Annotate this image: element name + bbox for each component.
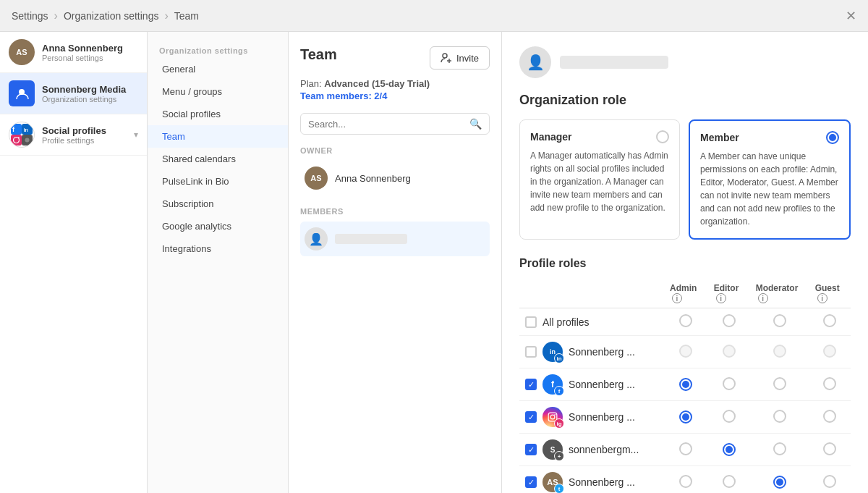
account-item-org[interactable]: Sonnenberg Media Organization settings	[0, 73, 147, 114]
row0-name: Sonnenberg ...	[569, 346, 635, 358]
guest-info-icon[interactable]: i	[817, 293, 827, 303]
svg-point-8	[18, 137, 20, 138]
row1-badge: f	[554, 386, 564, 396]
role-panel: 👤 Organization role Manager A Manager au…	[502, 32, 868, 493]
editor-info-icon[interactable]: i	[716, 293, 726, 303]
moderator-info-icon[interactable]: i	[758, 293, 768, 303]
nav-item-pulselink[interactable]: PulseLink in Bio	[148, 170, 288, 193]
all-admin-radio[interactable]	[679, 314, 692, 327]
row3-name: sonnenbergm...	[569, 444, 639, 455]
all-guest-radio[interactable]	[823, 314, 836, 327]
account-subtitle-org: Organization settings	[42, 95, 138, 104]
col-guest: Guest i	[809, 279, 851, 308]
row3-avatar-wrapper: S +	[542, 439, 563, 460]
nav-item-subscription[interactable]: Subscription	[148, 193, 288, 215]
selected-user-avatar: 👤	[519, 46, 551, 78]
role-member-radio[interactable]	[826, 131, 839, 144]
row4-checkbox[interactable]: ✓	[525, 476, 537, 488]
row0-guest-radio	[823, 345, 836, 358]
team-title: Team	[300, 46, 337, 63]
nav-section-label: Organization settings	[148, 41, 288, 58]
nav-item-integrations[interactable]: Integrations	[148, 237, 288, 260]
svg-point-11	[443, 54, 447, 58]
row1-checkbox[interactable]: ✓	[525, 379, 537, 390]
row4-admin-radio[interactable]	[679, 475, 692, 488]
nav-item-menu-groups[interactable]: Menu / groups	[148, 80, 288, 103]
account-item-personal[interactable]: AS Anna Sonnenberg Personal settings	[0, 32, 147, 73]
col-profile	[519, 279, 664, 308]
account-name-social: Social profiles	[42, 125, 127, 136]
row2-avatar-wrapper: ig	[542, 407, 563, 427]
owner-avatar: AS	[305, 167, 328, 190]
nav-item-social-profiles[interactable]: Social profiles	[148, 103, 288, 125]
svg-point-10	[25, 138, 30, 143]
row2-checkbox[interactable]: ✓	[525, 411, 537, 423]
row1-moderator-radio[interactable]	[773, 377, 786, 390]
owner-section-label: Owner	[300, 146, 490, 155]
role-card-manager[interactable]: Manager A Manager automatically has Admi…	[519, 119, 680, 240]
owner-name: Anna Sonnenberg	[335, 173, 411, 184]
search-box[interactable]: 🔍	[300, 113, 490, 135]
nav-item-shared-calendars[interactable]: Shared calendars	[148, 148, 288, 170]
row1-editor-radio[interactable]	[723, 377, 736, 390]
table-row-3: ✓ S + sonnenbergm...	[519, 434, 851, 466]
role-manager-radio[interactable]	[656, 130, 669, 143]
breadcrumb-sep-2: ›	[164, 9, 168, 22]
col-admin: Admin i	[664, 279, 708, 308]
row2-editor-radio[interactable]	[723, 410, 736, 423]
row0-checkbox[interactable]	[525, 346, 537, 358]
account-sidebar: AS Anna Sonnenberg Personal settings Son…	[0, 32, 148, 493]
row4-editor-radio[interactable]	[723, 475, 736, 488]
row2-admin-radio[interactable]	[679, 410, 692, 424]
chevron-down-icon: ▾	[134, 130, 138, 140]
multi-icon: S	[550, 446, 556, 454]
nav-item-general[interactable]: General	[148, 58, 288, 80]
row3-guest-radio[interactable]	[823, 442, 836, 455]
admin-info-icon[interactable]: i	[672, 293, 682, 303]
all-profiles-checkbox[interactable]	[525, 316, 537, 328]
row1-admin-radio[interactable]	[679, 378, 692, 391]
avatar-sonnenberg-media	[9, 80, 35, 106]
account-subtitle-anna: Personal settings	[42, 54, 138, 62]
role-card-manager-header: Manager	[530, 130, 669, 143]
org-role-title: Organization role	[519, 93, 851, 108]
role-manager-name: Manager	[530, 131, 572, 143]
role-card-member[interactable]: Member A Member can have unique permissi…	[689, 119, 851, 240]
row3-checkbox[interactable]: ✓	[525, 444, 537, 455]
row4-name: Sonnenberg ...	[569, 476, 635, 488]
row2-guest-radio[interactable]	[823, 410, 836, 423]
row1-guest-radio[interactable]	[823, 377, 836, 390]
breadcrumb-sep-1: ›	[54, 9, 58, 22]
row1-avatar-wrapper: f f	[542, 374, 563, 395]
row3-badge: +	[554, 451, 564, 461]
invite-button[interactable]: Invite	[430, 46, 490, 69]
breadcrumb-settings[interactable]: Settings	[12, 10, 48, 22]
person-avatar-icon: 👤	[527, 54, 545, 71]
close-icon[interactable]: ✕	[846, 9, 856, 22]
all-moderator-radio[interactable]	[773, 314, 786, 327]
nav-item-google-analytics[interactable]: Google analytics	[148, 215, 288, 237]
profile-roles-table: Admin i Editor i Moderator i Guest	[519, 279, 851, 493]
role-cards: Manager A Manager automatically has Admi…	[519, 119, 851, 240]
breadcrumb-org-settings[interactable]: Organization settings	[64, 10, 159, 22]
owner-item[interactable]: AS Anna Sonnenberg	[300, 161, 490, 195]
row4-moderator-radio[interactable]	[773, 476, 786, 489]
row2-moderator-radio[interactable]	[773, 410, 786, 423]
table-row-4: ✓ AS t Sonnenberg ...	[519, 466, 851, 494]
nav-item-team[interactable]: Team	[148, 125, 288, 148]
svg-point-15	[550, 415, 555, 419]
avatar-social-profiles: f in	[9, 122, 35, 148]
breadcrumb-team[interactable]: Team	[174, 10, 199, 22]
account-item-social-profiles[interactable]: f in Social profiles Profile settings ▾	[0, 114, 147, 156]
row4-guest-radio[interactable]	[823, 475, 836, 488]
table-row-0: in in Sonnenberg ...	[519, 336, 851, 368]
row3-moderator-radio[interactable]	[773, 442, 786, 455]
invite-icon	[441, 52, 452, 64]
row4-avatar-wrapper: AS t	[542, 472, 563, 492]
fb-icon: f	[551, 379, 554, 389]
row3-editor-radio[interactable]	[723, 443, 736, 456]
row3-admin-radio[interactable]	[679, 442, 692, 455]
member-item[interactable]: 👤	[300, 222, 490, 256]
all-editor-radio[interactable]	[723, 314, 736, 327]
search-input[interactable]	[308, 119, 469, 130]
